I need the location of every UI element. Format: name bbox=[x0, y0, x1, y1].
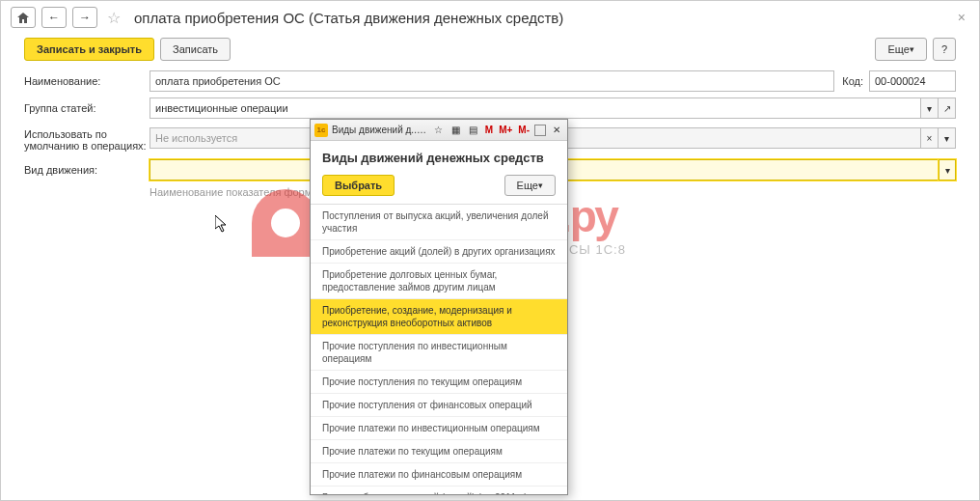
list-item[interactable]: Прочие платежи по финансовым операциям bbox=[311, 463, 567, 487]
group-open-btn[interactable]: ↗ bbox=[939, 97, 956, 119]
favorite-icon[interactable]: ☆ bbox=[107, 9, 121, 27]
group-row: Группа статей: инвестиционные операции ▾… bbox=[24, 97, 956, 119]
default-label: Использовать по умолчанию в операциях: bbox=[24, 125, 150, 152]
app-1c-icon: 1c bbox=[314, 124, 328, 137]
group-label: Группа статей: bbox=[24, 102, 150, 114]
dialog-m-icon[interactable]: M bbox=[484, 125, 494, 135]
name-label: Наименование: bbox=[24, 75, 150, 87]
save-close-button[interactable]: Записать и закрыть bbox=[24, 38, 154, 61]
more-button[interactable]: Еще bbox=[875, 38, 926, 61]
list-item[interactable]: Выкуп собственных акций (долей) (до 2011… bbox=[311, 487, 567, 494]
group-input[interactable]: инвестиционные операции bbox=[150, 97, 921, 119]
default-clear-btn[interactable]: × bbox=[921, 127, 939, 149]
dialog-list[interactable]: Поступления от выпуска акций, увеличения… bbox=[311, 204, 567, 494]
dialog-maximize-icon[interactable] bbox=[534, 125, 546, 136]
back-button[interactable]: ← bbox=[41, 7, 67, 28]
dialog-title: Виды движений д... (1С:Предприятие) bbox=[332, 125, 428, 135]
dialog-titlebar[interactable]: 1c Виды движений д... (1С:Предприятие) ☆… bbox=[311, 120, 567, 141]
list-item[interactable]: Поступления от выпуска акций, увеличения… bbox=[311, 205, 567, 240]
dialog-actions: Выбрать Еще bbox=[311, 171, 567, 204]
dialog-more-button[interactable]: Еще bbox=[504, 175, 556, 196]
list-item[interactable]: Прочие поступления по текущим операциям bbox=[311, 371, 567, 394]
save-button[interactable]: Записать bbox=[160, 38, 231, 61]
movement-select-btn[interactable]: ▾ bbox=[939, 159, 956, 181]
help-button[interactable]: ? bbox=[933, 38, 956, 61]
group-select-btn[interactable]: ▾ bbox=[921, 97, 939, 119]
list-item[interactable]: Прочие платежи по текущим операциям bbox=[311, 440, 567, 463]
dialog-grid-icon[interactable]: ▦ bbox=[449, 124, 463, 137]
list-item[interactable]: Прочие поступления от финансовых операци… bbox=[311, 394, 567, 417]
nav-toolbar: ← → ☆ оплата приобретения ОС (Статья дви… bbox=[1, 1, 979, 34]
forward-button[interactable]: → bbox=[72, 7, 97, 28]
movement-label: Вид движения: bbox=[24, 164, 150, 176]
movement-types-dialog: 1c Виды движений д... (1С:Предприятие) ☆… bbox=[310, 119, 568, 495]
list-item[interactable]: Прочие платежи по инвестиционным операци… bbox=[311, 417, 567, 440]
dialog-close-icon[interactable]: ✕ bbox=[550, 124, 563, 137]
page-title: оплата приобретения ОС (Статья движения … bbox=[134, 10, 563, 26]
list-item[interactable]: Приобретение акций (долей) в других орга… bbox=[311, 240, 567, 264]
cursor-icon bbox=[215, 215, 229, 237]
code-label: Код: bbox=[842, 75, 863, 87]
name-row: Наименование: оплата приобретения ОС Код… bbox=[24, 70, 956, 92]
close-icon[interactable]: × bbox=[954, 10, 969, 25]
default-select-btn[interactable]: ▾ bbox=[939, 127, 956, 149]
action-bar: Записать и закрыть Записать Еще ? bbox=[1, 34, 979, 70]
list-item[interactable]: Прочие поступления по инвестиционным опе… bbox=[311, 335, 567, 371]
name-input[interactable]: оплата приобретения ОС bbox=[150, 70, 834, 92]
dialog-heading: Виды движений денежных средств bbox=[311, 141, 567, 171]
dialog-mplus-icon[interactable]: M+ bbox=[498, 125, 513, 135]
dialog-fav-icon[interactable]: ☆ bbox=[432, 124, 446, 137]
code-input[interactable]: 00-000024 bbox=[869, 70, 956, 92]
dialog-mminus-icon[interactable]: M- bbox=[517, 125, 531, 135]
dialog-select-button[interactable]: Выбрать bbox=[322, 175, 395, 196]
dialog-calc-icon[interactable]: ▤ bbox=[467, 124, 480, 137]
list-item[interactable]: Приобретение долговых ценных бумаг, пред… bbox=[311, 264, 567, 299]
list-item[interactable]: Приобретение, создание, модернизация и р… bbox=[311, 299, 567, 335]
home-button[interactable] bbox=[11, 7, 36, 28]
